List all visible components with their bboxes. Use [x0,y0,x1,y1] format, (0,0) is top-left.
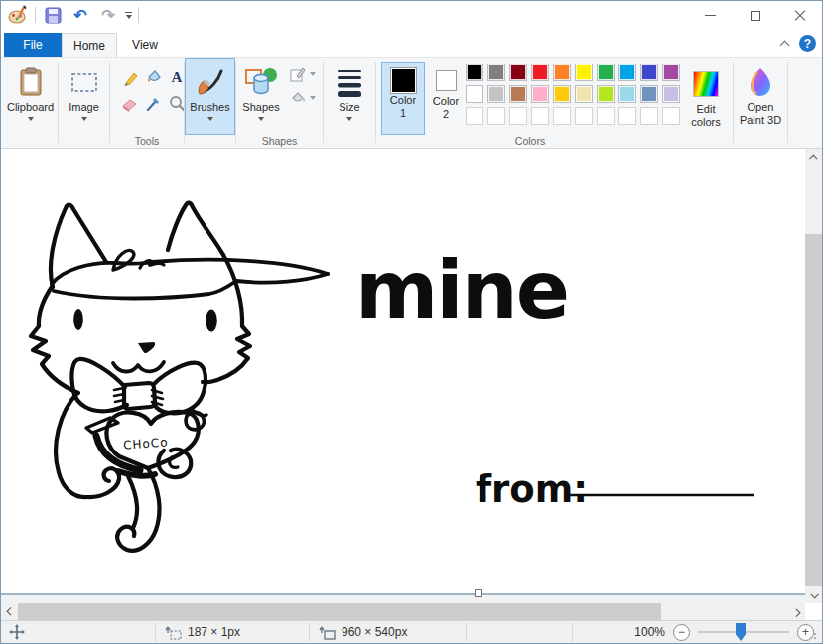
divider [466,623,467,642]
palette-swatch[interactable] [640,85,658,103]
palette-swatch-empty[interactable] [466,107,483,125]
palette-swatch[interactable] [466,64,483,81]
palette-swatch[interactable] [662,64,680,81]
palette-swatch-empty[interactable] [487,107,505,125]
brush-icon [193,64,228,101]
palette-swatch[interactable] [531,85,549,103]
zoom-out-button[interactable]: − [673,624,690,641]
cat-drawing: CHoCo mine from: [2,149,805,593]
shape-fill-button[interactable] [289,89,316,107]
palette-swatch-empty[interactable] [662,107,680,125]
zoom-slider[interactable] [698,623,789,641]
group-colors: Color1 Color2 Editcolors Colors [376,58,733,149]
palette-swatch[interactable] [618,85,636,103]
chevron-down-icon [310,72,316,76]
tab-view[interactable]: View [117,33,173,57]
scroll-down-icon[interactable] [805,586,823,603]
scroll-left-icon[interactable] [1,603,18,620]
palette-swatch[interactable] [553,64,571,81]
palette-swatch-empty[interactable] [597,107,615,125]
customize-qat-icon[interactable] [125,12,132,19]
palette-swatch[interactable] [487,85,505,103]
palette-swatch[interactable] [662,85,680,103]
select-icon [67,64,102,101]
maximize-button[interactable] [733,1,777,30]
palette-swatch[interactable] [553,85,571,103]
line-size-icon [332,64,367,101]
chevron-down-icon [28,117,34,121]
close-button[interactable] [777,1,822,30]
color2-button[interactable]: Color2 [427,62,465,135]
edit-colors-label: Editcolors [691,103,720,129]
palette-swatch-empty[interactable] [509,107,527,125]
clipboard-button[interactable]: Clipboard [3,58,58,135]
palette-swatch[interactable] [531,64,549,81]
help-icon[interactable]: ? [799,35,816,52]
palette-swatch-empty[interactable] [618,107,636,125]
paint3d-label: OpenPaint 3D [740,101,781,127]
brushes-button[interactable]: Brushes [185,58,235,135]
shape-outline-button[interactable] [289,65,316,83]
pencil-tool-icon[interactable] [118,65,140,89]
palette-swatch-empty[interactable] [553,107,571,125]
drawing-canvas[interactable]: CHoCo mine from: [2,149,805,593]
resize-grip[interactable] [809,630,819,640]
shapes-button[interactable]: Shapes [236,58,286,135]
canvas-resize-handle[interactable] [475,589,482,597]
zoom-controls: 100% − + [634,620,814,644]
move-cross-icon [9,624,25,640]
palette-swatch[interactable] [575,85,593,103]
color1-label: Color1 [390,94,416,120]
vertical-scroll-thumb[interactable] [805,234,823,586]
tab-file[interactable]: File [4,33,62,57]
palette-swatch[interactable] [509,64,527,81]
group-paint3d: OpenPaint 3D [734,58,787,149]
color-picker-tool-icon[interactable] [142,91,164,115]
chevron-down-icon [310,96,316,100]
image-button[interactable]: Image [59,58,109,135]
canvas-word-mine: mine [355,244,568,336]
scroll-up-icon[interactable] [805,149,823,166]
palette-swatch[interactable] [487,64,505,81]
palette-swatch[interactable] [575,64,593,81]
palette-swatch-empty[interactable] [531,107,549,125]
selection-size-icon [165,625,182,640]
undo-icon[interactable]: ↶ [69,4,91,26]
cat-eye [73,309,83,330]
tab-home[interactable]: Home [62,33,117,57]
color2-swatch [436,70,457,91]
redo-icon[interactable]: ↷ [97,4,119,26]
divider [787,62,788,143]
palette-swatch[interactable] [640,64,658,81]
horizontal-scroll-thumb[interactable] [18,603,661,620]
horizontal-scrollbar[interactable] [1,603,805,620]
save-icon[interactable] [42,4,64,26]
chevron-down-icon [207,117,213,121]
palette-swatch[interactable] [509,85,527,103]
zoom-slider-thumb[interactable] [736,623,746,641]
palette-swatch[interactable] [597,64,615,81]
collapse-ribbon-icon[interactable] [780,40,788,48]
tools-group-label: Tools [110,135,184,147]
color1-button[interactable]: Color1 [381,62,425,135]
colors-group-label: Colors [376,135,684,147]
image-label: Image [69,101,99,114]
size-button[interactable]: Size [324,58,375,135]
palette-swatch[interactable] [618,64,636,81]
open-paint3d-button[interactable]: OpenPaint 3D [734,58,787,135]
vertical-scrollbar[interactable] [805,149,823,603]
paint-app-icon [7,4,29,26]
paint-window: ↶ ↷ File Home View ? [0,0,823,644]
eraser-tool-icon[interactable] [118,91,140,115]
group-shapes: Shapes Sha [236,58,323,149]
fill-tool-icon[interactable] [142,65,164,89]
palette-swatch-empty[interactable] [575,107,593,125]
size-label: Size [339,101,359,114]
palette-swatch[interactable] [597,85,615,103]
edit-colors-button[interactable]: Editcolors [682,60,730,137]
workarea-background [1,595,805,603]
palette-swatch-empty[interactable] [640,107,658,125]
minimize-button[interactable] [688,1,733,30]
scroll-right-icon[interactable] [788,603,805,620]
palette-swatch[interactable] [466,85,483,103]
